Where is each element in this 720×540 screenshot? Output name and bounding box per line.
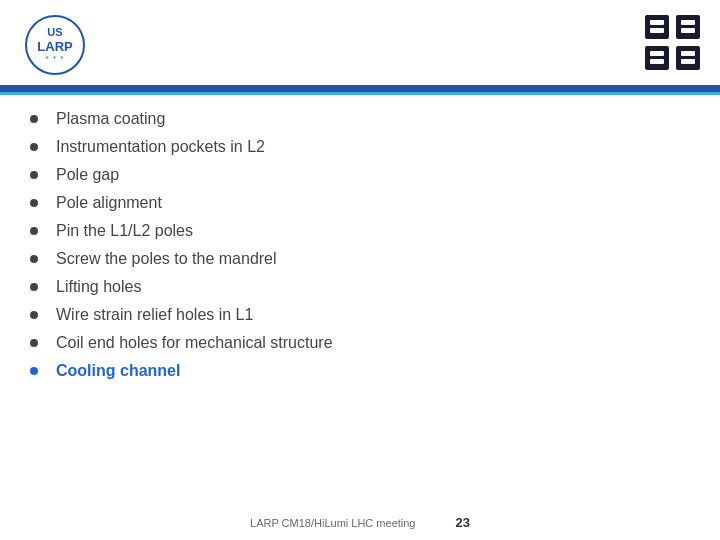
- bullet-item-3: Pole alignment: [30, 189, 690, 217]
- bullet-dot-2: [30, 171, 38, 179]
- bullet-item-2: Pole gap: [30, 161, 690, 189]
- bullet-text-9: Cooling channel: [56, 362, 180, 380]
- bullet-text-4: Pin the L1/L2 poles: [56, 222, 193, 240]
- bullet-item-4: Pin the L1/L2 poles: [30, 217, 690, 245]
- logo-right: [640, 10, 705, 75]
- bullet-dot-8: [30, 339, 38, 347]
- bullet-item-1: Instrumentation pockets in L2: [30, 133, 690, 161]
- logo-larp-text: LARP: [37, 39, 72, 55]
- us-larp-logo: US LARP * * *: [25, 15, 85, 75]
- bullet-item-5: Screw the poles to the mandrel: [30, 245, 690, 273]
- bullet-item-9: Cooling channel: [30, 357, 690, 385]
- bullet-text-5: Screw the poles to the mandrel: [56, 250, 277, 268]
- svg-rect-4: [650, 20, 664, 25]
- svg-rect-6: [681, 20, 695, 25]
- slide: US LARP * * * Plasma coatingInstrume: [0, 0, 720, 540]
- svg-rect-7: [681, 28, 695, 33]
- content-area: Plasma coatingInstrumentation pockets in…: [30, 105, 690, 500]
- footer-page-number: 23: [456, 515, 470, 530]
- bullet-dot-6: [30, 283, 38, 291]
- bullet-dot-5: [30, 255, 38, 263]
- bullet-item-0: Plasma coating: [30, 105, 690, 133]
- header-bar: [0, 85, 720, 92]
- svg-rect-9: [650, 59, 664, 64]
- svg-rect-5: [650, 28, 664, 33]
- bullet-text-8: Coil end holes for mechanical structure: [56, 334, 333, 352]
- bullet-dot-1: [30, 143, 38, 151]
- logo-us-text: US: [47, 26, 62, 39]
- svg-rect-2: [645, 46, 669, 70]
- svg-rect-3: [676, 46, 700, 70]
- bullet-text-0: Plasma coating: [56, 110, 165, 128]
- footer: LARP CM18/HiLumi LHC meeting 23: [0, 515, 720, 530]
- svg-rect-10: [681, 51, 695, 56]
- header-bar-thin: [0, 92, 720, 95]
- bullet-dot-9: [30, 367, 38, 375]
- bullet-dot-3: [30, 199, 38, 207]
- logo-stars: * * *: [46, 54, 65, 63]
- svg-rect-1: [676, 15, 700, 39]
- bullet-item-8: Coil end holes for mechanical structure: [30, 329, 690, 357]
- bullet-dot-4: [30, 227, 38, 235]
- bullet-item-7: Wire strain relief holes in L1: [30, 301, 690, 329]
- bullet-dot-0: [30, 115, 38, 123]
- bullet-text-1: Instrumentation pockets in L2: [56, 138, 265, 156]
- svg-rect-8: [650, 51, 664, 56]
- svg-rect-11: [681, 59, 695, 64]
- bullet-dot-7: [30, 311, 38, 319]
- bullet-item-6: Lifting holes: [30, 273, 690, 301]
- bullet-text-2: Pole gap: [56, 166, 119, 184]
- logo-left: US LARP * * *: [20, 12, 90, 77]
- svg-rect-0: [645, 15, 669, 39]
- footer-meeting-label: LARP CM18/HiLumi LHC meeting: [250, 517, 415, 529]
- bullet-text-6: Lifting holes: [56, 278, 141, 296]
- bullet-list: Plasma coatingInstrumentation pockets in…: [30, 105, 690, 385]
- bullet-text-3: Pole alignment: [56, 194, 162, 212]
- bullet-text-7: Wire strain relief holes in L1: [56, 306, 253, 324]
